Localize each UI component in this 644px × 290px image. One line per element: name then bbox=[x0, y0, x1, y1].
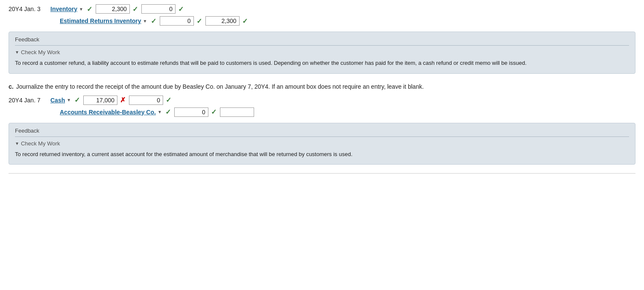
entry-a-row1: 20Y4 Jan. 3 Inventory ▼ ✓ ✓ ✓ bbox=[9, 4, 635, 14]
entry-c-debit1-input[interactable] bbox=[83, 96, 117, 105]
feedback-box-a: Feedback ▼ Check My Work To record a cus… bbox=[9, 32, 635, 74]
entry-a-credit2-check: ✓ bbox=[242, 17, 248, 25]
entry-c-credit1-pair: ✓ bbox=[129, 96, 171, 105]
entry-a-credit1-input[interactable] bbox=[141, 4, 176, 14]
entry-c-account1-link[interactable]: Cash bbox=[50, 97, 65, 104]
entry-c-debit2-check: ✓ bbox=[211, 108, 217, 116]
check-my-work-a-triangle: ▼ bbox=[15, 50, 19, 55]
entry-c-row2: Accounts Receivable-Beasley Co. ▼ ✓ ✓ bbox=[60, 107, 635, 117]
feedback-box-c: Feedback ▼ Check My Work To record retur… bbox=[9, 123, 635, 165]
feedback-a-text: To record a customer refund, a liability… bbox=[15, 59, 629, 67]
entry-c-row1: 20Y4 Jan. 7 Cash ▼ ✓ ✗ ✓ bbox=[9, 96, 635, 105]
entry-c-credit1-input[interactable] bbox=[129, 96, 163, 105]
entry-a-date: 20Y4 Jan. 3 bbox=[9, 6, 47, 12]
entry-a-account1-check: ✓ bbox=[87, 5, 92, 13]
feedback-a-divider bbox=[15, 45, 629, 46]
entry-a-row2: Estimated Returns Inventory ▼ ✓ ✓ ✓ bbox=[60, 16, 635, 26]
entry-a-debit2-check: ✓ bbox=[196, 17, 202, 25]
entry-c-account1-dropdown-icon[interactable]: ▼ bbox=[67, 98, 71, 102]
entry-a-account2-dropdown-icon[interactable]: ▼ bbox=[143, 19, 147, 23]
feedback-c-title: Feedback bbox=[15, 128, 629, 134]
entry-a-credit1-check: ✓ bbox=[178, 5, 184, 13]
entry-c-credit2-input[interactable] bbox=[220, 107, 254, 117]
entry-c-account2-wrapper: Accounts Receivable-Beasley Co. ▼ bbox=[60, 109, 162, 116]
entry-a-account1-wrapper: Inventory ▼ bbox=[50, 6, 83, 12]
entry-a-account2-wrapper: Estimated Returns Inventory ▼ bbox=[60, 17, 147, 24]
entry-c-debit1-check: ✗ bbox=[120, 96, 126, 104]
section-c-instruction-text: Journalize the entry to record the recei… bbox=[16, 83, 424, 90]
entry-c-debit1-pair: ✗ bbox=[83, 96, 126, 105]
entry-a-account1-link[interactable]: Inventory bbox=[50, 6, 77, 12]
entry-c-credit2-pair bbox=[220, 107, 254, 117]
check-my-work-c-triangle: ▼ bbox=[15, 141, 19, 146]
entry-c-account2-link[interactable]: Accounts Receivable-Beasley Co. bbox=[60, 109, 156, 116]
entry-c-debit2-input[interactable] bbox=[174, 107, 208, 117]
entry-c-account1-wrapper: Cash ▼ bbox=[50, 97, 71, 104]
bottom-divider bbox=[9, 173, 635, 174]
check-my-work-c-label: Check My Work bbox=[21, 140, 60, 147]
entry-a-credit1-pair: ✓ bbox=[141, 4, 184, 14]
feedback-c-divider bbox=[15, 136, 629, 137]
check-my-work-c[interactable]: ▼ Check My Work bbox=[15, 140, 629, 147]
entry-a-debit2-pair: ✓ bbox=[160, 16, 202, 26]
entry-a-debit1-input[interactable] bbox=[96, 4, 130, 14]
entry-a-account2-check: ✓ bbox=[151, 17, 156, 25]
entry-a-debit2-input[interactable] bbox=[160, 16, 194, 26]
entry-c-credit1-check: ✓ bbox=[166, 96, 171, 104]
entry-c-account2-dropdown-icon[interactable]: ▼ bbox=[158, 110, 162, 114]
entry-a-account2-link[interactable]: Estimated Returns Inventory bbox=[60, 17, 141, 24]
feedback-a-title: Feedback bbox=[15, 36, 629, 43]
entry-a-account1-dropdown-icon[interactable]: ▼ bbox=[79, 7, 83, 12]
entry-c-debit2-pair: ✓ bbox=[174, 107, 217, 117]
check-my-work-a[interactable]: ▼ Check My Work bbox=[15, 49, 629, 55]
entry-c-account2-check: ✓ bbox=[165, 108, 171, 116]
feedback-c-text: To record returned inventory, a current … bbox=[15, 150, 629, 159]
check-my-work-a-label: Check My Work bbox=[21, 49, 60, 55]
section-c-bold-label: c. bbox=[9, 83, 14, 90]
entry-a-debit1-pair: ✓ bbox=[96, 4, 138, 14]
entry-a-credit2-input[interactable] bbox=[205, 16, 240, 26]
section-c-instruction: c.Journalize the entry to record the rec… bbox=[9, 82, 635, 91]
entry-c-date: 20Y4 Jan. 7 bbox=[9, 97, 47, 104]
entry-c-account1-check: ✓ bbox=[74, 96, 80, 104]
entry-a-credit2-pair: ✓ bbox=[205, 16, 248, 26]
entry-a-debit1-check: ✓ bbox=[132, 5, 138, 13]
